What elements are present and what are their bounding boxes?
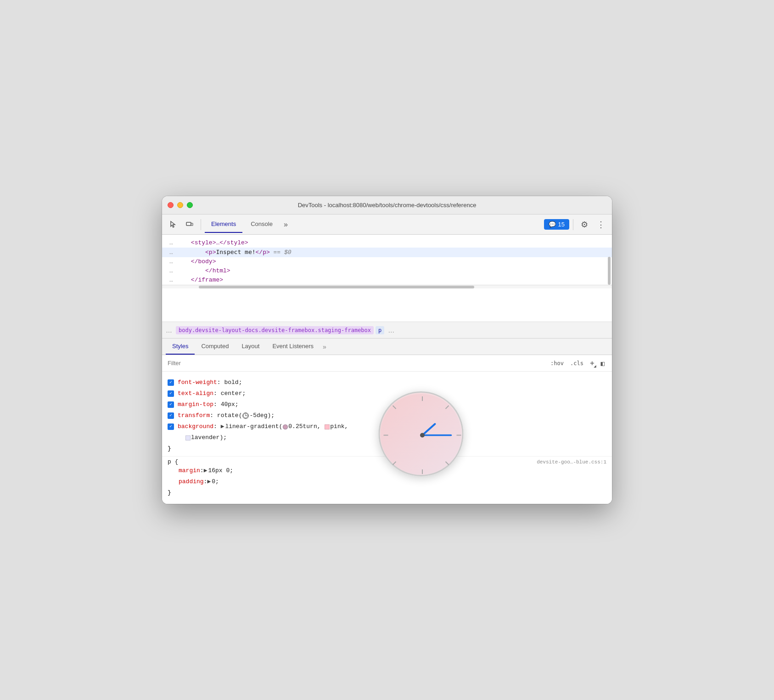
dom-close-body: … </body> [162,257,612,266]
svg-rect-0 [186,222,191,226]
filter-actions: :hov .cls + ◢ ◧ [549,358,606,368]
cursor-icon [169,220,177,229]
tab-layout[interactable]: Layout [235,338,266,355]
tab-event-listeners[interactable]: Event Listeners [266,338,320,355]
toolbar-separator [201,219,201,230]
gear-icon: ⚙ [581,220,588,230]
clock-widget[interactable] [379,391,464,476]
cls-button[interactable]: .cls [568,359,585,367]
h-scroll-thumb [199,286,474,288]
traffic-lights [168,202,193,208]
message-icon: 💬 [549,221,556,228]
rule-p-close-brace: } [168,487,606,498]
elements-tab[interactable]: Elements [205,216,242,233]
messages-badge-button[interactable]: 💬 15 [544,219,569,230]
breadcrumb-more[interactable]: … [388,327,394,334]
checkbox-transform[interactable] [168,412,174,419]
tab-computed[interactable]: Computed [195,338,235,355]
checkbox-text-align[interactable] [168,390,174,397]
devtools-toolbar: Elements Console » 💬 15 ⚙ ⋮ [162,215,612,235]
source-link[interactable]: devsite-goo…-blue.css:1 [537,459,606,465]
checkbox-font-weight[interactable] [168,379,174,386]
minimize-button[interactable] [177,202,183,208]
property-padding: padding : ▶ 0; [168,476,606,487]
new-style-rule-button[interactable]: + ◢ [588,358,596,368]
checkbox-background[interactable] [168,423,174,430]
expand-arrow-icon: ◢ [594,364,596,368]
horizontal-scrollbar[interactable] [162,285,612,288]
more-tabs-button[interactable]: » [281,219,291,231]
lavender-color-swatch[interactable] [185,435,191,440]
clock-icon[interactable] [242,412,249,419]
gradient-color-swatch[interactable] [283,424,288,429]
inspect-element-button[interactable] [166,217,180,232]
dom-selected-line[interactable]: … <p>Inspect me!</p> == $0 [162,248,612,257]
more-menu-button[interactable]: ⋮ [594,217,608,232]
close-button[interactable] [168,202,174,208]
palette-icon: ◧ [601,360,605,367]
breadcrumb-main-item[interactable]: body.devsite-layout-docs.devsite-framebo… [176,326,374,334]
devtools-window: DevTools - localhost:8080/web/tools/chro… [162,196,612,504]
color-picker-button[interactable]: ◧ [599,359,606,368]
dom-scroll-thumb [608,257,611,285]
toolbar-sep2 [573,219,573,230]
dom-panel: … <style>…</style> … <p>Inspect me!</p> … [162,235,612,322]
title-bar: DevTools - localhost:8080/web/tools/chro… [162,196,612,215]
pink-color-swatch[interactable] [325,424,330,429]
console-tab[interactable]: Console [244,216,279,233]
filter-input[interactable] [168,360,545,367]
clock-hands [380,393,465,478]
filter-bar: :hov .cls + ◢ ◧ [162,355,612,372]
message-count: 15 [558,221,565,228]
padding-expand-arrow[interactable]: ▶ [207,477,211,487]
tab-styles[interactable]: Styles [166,338,195,355]
dom-close-html: … </html> [162,266,612,276]
ellipsis-vertical-icon: ⋮ [597,220,605,230]
clock-face [379,391,464,476]
dom-ellipsis-line: … <style>…</style> [162,238,612,248]
panel-tabs: Styles Computed Layout Event Listeners » [162,339,612,355]
margin-expand-arrow[interactable]: ▶ [204,466,208,476]
settings-button[interactable]: ⚙ [577,217,592,232]
window-title: DevTools - localhost:8080/web/tools/chro… [298,202,477,209]
device-toggle-button[interactable] [182,217,197,232]
gradient-expand-arrow[interactable]: ▶ [217,422,224,432]
panel-tabs-more[interactable]: » [320,343,329,350]
breadcrumb-dots[interactable]: … [166,327,172,334]
hov-button[interactable]: :hov [549,359,566,367]
svg-point-15 [420,433,425,438]
dom-scrollbar[interactable] [607,238,611,285]
property-font-weight: font-weight : bold; [168,377,606,388]
styles-panel: :hov .cls + ◢ ◧ font-weight [162,355,612,504]
svg-line-14 [422,424,435,435]
dom-close-iframe: … </iframe> [162,276,612,285]
maximize-button[interactable] [187,202,193,208]
breadcrumb-current-item[interactable]: p [376,326,384,334]
breadcrumb-bar: … body.devsite-layout-docs.devsite-frame… [162,322,612,339]
device-icon [185,220,194,229]
checkbox-margin-top[interactable] [168,401,174,408]
